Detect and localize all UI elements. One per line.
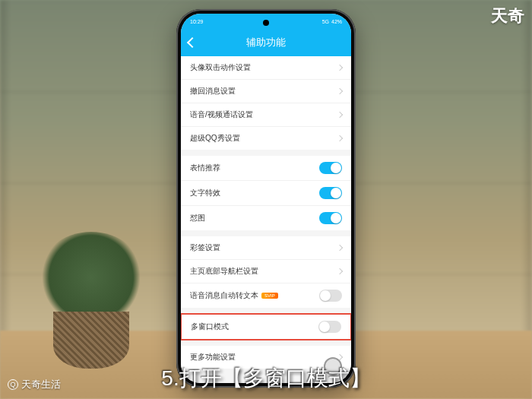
- row-label: 语音消息自动转文本SVIP: [190, 290, 278, 301]
- svip-badge: SVIP: [261, 293, 278, 299]
- row-label: 表情推荐: [190, 163, 220, 173]
- watermark-top-right: 天奇: [491, 5, 524, 27]
- page-title: 辅助功能: [246, 36, 286, 49]
- settings-group: 头像双击动作设置撤回消息设置语音/视频通话设置超级QQ秀设置: [181, 56, 351, 150]
- phone-screen: 10:29 5G 42% 辅助功能 头像双击动作设置撤回消息设置语音/视频通话设…: [181, 14, 351, 383]
- row-label: 语音/视频通话设置: [190, 109, 253, 120]
- watermark-bottom-left: Q 天奇生活: [8, 378, 61, 391]
- status-signal: 5G: [322, 19, 329, 24]
- settings-row[interactable]: 怼图: [181, 206, 351, 230]
- row-label: 头像双击动作设置: [190, 62, 251, 73]
- row-label: 撤回消息设置: [190, 86, 236, 97]
- toggle-switch[interactable]: [319, 162, 342, 174]
- settings-group: 彩签设置主页底部导航栏设置语音消息自动转文本SVIP: [181, 236, 351, 308]
- settings-group: 多窗口模式: [181, 313, 351, 340]
- settings-row[interactable]: 彩签设置: [181, 236, 351, 260]
- row-label: 更多功能设置: [190, 352, 236, 363]
- toggle-switch[interactable]: [319, 212, 342, 224]
- settings-group: 表情推荐文字特效怼图: [181, 156, 351, 230]
- row-label: 文字特效: [190, 188, 220, 198]
- status-time: 10:29: [190, 19, 204, 24]
- row-label: 彩签设置: [190, 242, 220, 253]
- settings-row[interactable]: 主页底部导航栏设置: [181, 260, 351, 283]
- settings-row[interactable]: 语音/视频通话设置: [181, 103, 351, 127]
- row-label: 超级QQ秀设置: [190, 133, 240, 144]
- status-battery: 42%: [331, 19, 342, 24]
- phone-frame: 10:29 5G 42% 辅助功能 头像双击动作设置撤回消息设置语音/视频通话设…: [176, 9, 356, 388]
- watermark-text: 天奇生活: [21, 378, 61, 391]
- chevron-right-icon: [337, 245, 343, 251]
- plant-decor: [38, 232, 144, 369]
- camera-hole-icon: [263, 20, 269, 26]
- row-label: 主页底部导航栏设置: [190, 266, 258, 277]
- settings-row[interactable]: 语音消息自动转文本SVIP: [181, 283, 351, 308]
- app-header: 辅助功能: [181, 29, 351, 56]
- row-label: 多窗口模式: [191, 321, 229, 332]
- chevron-right-icon: [337, 112, 343, 118]
- settings-row[interactable]: 超级QQ秀设置: [181, 127, 351, 150]
- back-icon[interactable]: [187, 37, 198, 48]
- chevron-right-icon: [337, 135, 343, 141]
- toggle-switch[interactable]: [319, 187, 342, 199]
- settings-row[interactable]: 头像双击动作设置: [181, 56, 351, 80]
- settings-row[interactable]: 多窗口模式: [181, 313, 351, 340]
- settings-list[interactable]: 头像双击动作设置撤回消息设置语音/视频通话设置超级QQ秀设置表情推荐文字特效怼图…: [181, 56, 351, 383]
- chevron-right-icon: [337, 88, 343, 94]
- toggle-switch[interactable]: [319, 290, 342, 302]
- watermark-logo-icon: Q: [8, 379, 18, 390]
- settings-row[interactable]: 表情推荐: [181, 156, 351, 181]
- instruction-caption: 5.打开【多窗口模式】: [161, 364, 370, 393]
- chevron-right-icon: [337, 65, 343, 71]
- settings-row[interactable]: 撤回消息设置: [181, 80, 351, 103]
- settings-row[interactable]: 文字特效: [181, 181, 351, 206]
- toggle-switch[interactable]: [318, 321, 341, 333]
- row-label: 怼图: [190, 213, 205, 223]
- chevron-right-icon: [337, 268, 343, 274]
